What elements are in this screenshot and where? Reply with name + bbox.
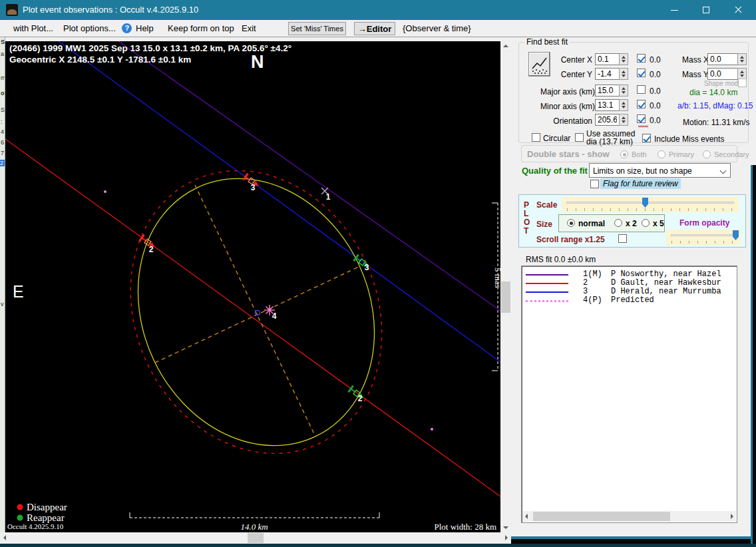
scroll-right-icon[interactable] bbox=[731, 514, 733, 519]
size-normal-radio[interactable] bbox=[567, 219, 575, 227]
plot-header-line2: Geocentric X 2148.5 ±0.1 Y -1781.6 ±0.1 … bbox=[9, 55, 191, 65]
scroll-right-icon[interactable] bbox=[505, 535, 508, 540]
size-x2-radio[interactable] bbox=[614, 219, 622, 227]
compass-north-label: N bbox=[251, 52, 264, 72]
desktop-background bbox=[753, 165, 756, 547]
major-axis-fit-checkbox[interactable] bbox=[637, 85, 646, 94]
size-x5-radio[interactable] bbox=[642, 219, 650, 227]
center-y-fit-checkbox[interactable] bbox=[637, 69, 646, 77]
center-x-fit-checkbox[interactable] bbox=[637, 54, 646, 63]
menu-help[interactable]: Help bbox=[136, 23, 154, 33]
set-miss-times-button[interactable]: Set 'Miss' Times bbox=[288, 22, 346, 35]
flag-review-checkbox[interactable] bbox=[590, 180, 599, 188]
legend-horizontal-scrollbar[interactable] bbox=[522, 511, 736, 522]
plot-letter-p: P bbox=[524, 200, 529, 210]
orientation-sigma: 0.0 bbox=[650, 116, 661, 125]
form-opacity-slider-thumb[interactable] bbox=[733, 230, 739, 240]
help-icon[interactable] bbox=[122, 23, 132, 33]
center-y-sigma: 0.0 bbox=[650, 70, 661, 79]
scroll-left-icon[interactable] bbox=[525, 514, 528, 519]
major-axis-sigma: 0.0 bbox=[650, 87, 661, 96]
double-stars-secondary-radio[interactable] bbox=[703, 150, 711, 158]
menu-keep-on-top[interactable]: Keep form on top bbox=[168, 23, 234, 33]
double-stars-both-label: Both bbox=[632, 150, 647, 158]
center-y-stepper[interactable] bbox=[619, 68, 628, 80]
chord2-reappear-label: 2 bbox=[358, 394, 363, 403]
form-opacity-slider[interactable] bbox=[666, 230, 741, 245]
major-axis-stepper[interactable] bbox=[619, 85, 628, 96]
scroll-range-checkbox[interactable] bbox=[618, 234, 627, 243]
double-stars-primary-radio[interactable] bbox=[658, 150, 665, 158]
chord2-id: 2 bbox=[583, 278, 588, 287]
mass-x-input[interactable] bbox=[707, 53, 738, 65]
minimize-button[interactable] bbox=[659, 0, 689, 20]
maximize-button[interactable] bbox=[691, 0, 721, 20]
scroll-range-label: Scroll range x1.25 bbox=[536, 235, 605, 244]
minor-axis-sigma: 0.0 bbox=[650, 101, 661, 110]
chord4-desc: Predicted bbox=[611, 295, 654, 305]
chord3-disappear-label: 3 bbox=[251, 183, 256, 192]
chord3-reappear-label: 3 bbox=[365, 263, 369, 272]
minor-axis-input[interactable] bbox=[595, 99, 620, 111]
scale-slider[interactable] bbox=[562, 197, 739, 212]
shape-model-checkbox[interactable] bbox=[738, 79, 747, 87]
chord2-line-sample bbox=[526, 283, 568, 284]
center-y-label: Center Y bbox=[546, 70, 592, 79]
plot-vertical-scrollbar[interactable] bbox=[500, 41, 511, 532]
motion-label: Motion: 11.31 km/s bbox=[683, 118, 750, 127]
size-label: Size bbox=[536, 220, 552, 229]
find-best-fit-title: Find best fit bbox=[524, 37, 570, 47]
chord2-disappear-label: 2 bbox=[149, 245, 154, 254]
window-title: Plot event observations : Occult v.4.202… bbox=[23, 5, 198, 15]
major-axis-line bbox=[195, 185, 314, 434]
axis-ratio-label: a/b: 1.15, dMag: 0.15 bbox=[677, 101, 753, 110]
mass-y-input[interactable] bbox=[707, 68, 738, 80]
menu-with-plot[interactable]: with Plot... bbox=[13, 23, 53, 33]
center-y-input[interactable] bbox=[595, 68, 620, 80]
double-stars-both-radio[interactable] bbox=[620, 150, 628, 158]
app-icon bbox=[6, 4, 18, 16]
chord-legend-listbox[interactable]: 1(M) P Nosworthy, near Hazel 2 D Gault, … bbox=[521, 266, 737, 523]
menu-bar: with Plot... Plot options... Help Keep f… bbox=[0, 20, 756, 37]
chord1-line-nosworthy bbox=[118, 41, 500, 311]
chord2-line-gault bbox=[5, 139, 500, 496]
double-stars-title: Double stars - show bbox=[527, 149, 610, 159]
orientation-input[interactable] bbox=[595, 114, 620, 126]
window-bottom-edge bbox=[0, 544, 756, 547]
center-x-input[interactable] bbox=[595, 53, 620, 65]
horizontal-scroll-thumb[interactable] bbox=[248, 533, 264, 543]
legend-scroll-thumb[interactable] bbox=[533, 512, 670, 521]
scroll-down-icon[interactable] bbox=[503, 526, 508, 529]
use-assumed-dia-checkbox[interactable] bbox=[575, 133, 584, 142]
editor-button[interactable]: →Editor bbox=[354, 22, 395, 35]
mass-x-stepper[interactable] bbox=[737, 53, 747, 65]
scale-label: Scale bbox=[536, 200, 557, 210]
close-button[interactable] bbox=[723, 0, 753, 20]
orientation-stepper[interactable] bbox=[619, 114, 628, 126]
mass-y-label: Mass Y bbox=[682, 70, 709, 79]
quality-of-fit-label: Quality of the fit bbox=[522, 166, 588, 176]
plot-header-line1: (20466) 1999 MW1 2025 Sep 13 15.0 x 13.1… bbox=[9, 43, 291, 53]
major-axis-label: Major axis (km) bbox=[540, 87, 592, 96]
minor-axis-stepper[interactable] bbox=[619, 99, 628, 111]
plot-canvas[interactable]: 3 2 3 2 1 4 (20466) 1999 MW1 2025 Sep 13… bbox=[5, 41, 500, 532]
menu-plot-options[interactable]: Plot options... bbox=[63, 23, 116, 33]
circular-checkbox[interactable] bbox=[532, 133, 540, 142]
menu-exit[interactable]: Exit bbox=[242, 23, 256, 33]
minor-axis-fit-checkbox[interactable] bbox=[637, 100, 646, 108]
chord3-line-herald bbox=[59, 41, 500, 362]
scroll-left-icon[interactable] bbox=[3, 535, 6, 540]
vertical-scroll-thumb[interactable] bbox=[501, 281, 510, 313]
major-axis-input[interactable] bbox=[595, 85, 620, 96]
minor-axis-label: Minor axis (km) bbox=[540, 102, 592, 111]
include-miss-events-checkbox[interactable] bbox=[642, 134, 651, 142]
scroll-up-icon[interactable] bbox=[503, 45, 508, 47]
plot-horizontal-scrollbar[interactable] bbox=[0, 532, 511, 544]
chord3-id: 3 bbox=[583, 287, 588, 296]
orientation-fit-checkbox[interactable] bbox=[637, 114, 646, 123]
scale-slider-thumb[interactable] bbox=[642, 198, 648, 208]
size-x5-label: x 5 bbox=[653, 219, 664, 228]
quality-of-fit-dropdown[interactable]: Limits on size, but no shape bbox=[589, 163, 731, 178]
center-x-stepper[interactable] bbox=[619, 53, 628, 65]
scale-bar-label: 14.0 km bbox=[240, 522, 268, 532]
